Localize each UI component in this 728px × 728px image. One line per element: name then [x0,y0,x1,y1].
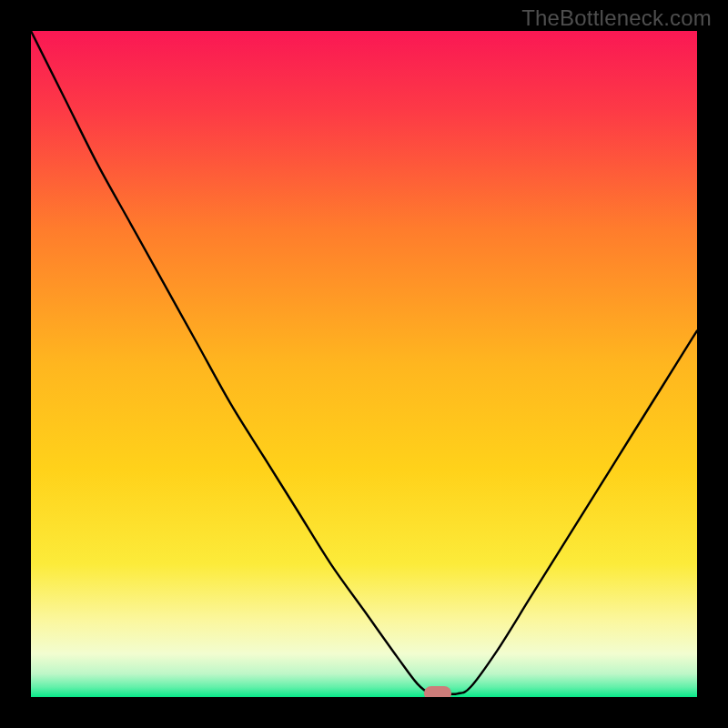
chart-frame [0,0,728,728]
watermark-text: TheBottleneck.com [521,5,712,31]
optimal-marker [424,686,451,697]
bottleneck-curve [31,31,697,697]
plot-area [31,31,697,697]
